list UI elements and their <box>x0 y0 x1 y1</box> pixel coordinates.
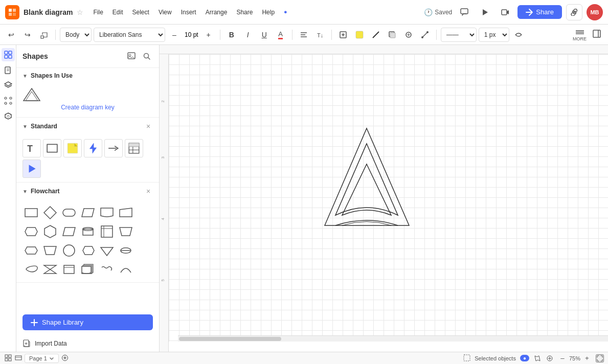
standard-close-button[interactable]: × <box>144 122 153 131</box>
line-color-button[interactable] <box>369 28 383 42</box>
play-shape[interactable] <box>22 160 41 178</box>
align-button[interactable] <box>297 28 311 42</box>
page-strip-icon[interactable] <box>14 354 22 362</box>
menu-arrange[interactable]: Arrange <box>202 7 231 17</box>
menu-view[interactable]: View <box>155 7 175 17</box>
bold-button[interactable]: B <box>224 28 239 42</box>
canvas-area[interactable]: 3 4 5 6 7 8 9 2 3 4 5 <box>160 45 608 352</box>
fill-color-button[interactable] <box>352 28 367 42</box>
fc-internal-storage[interactable] <box>98 223 116 240</box>
fc-cylinder[interactable] <box>79 223 97 240</box>
add-page-icon[interactable] <box>61 354 69 362</box>
share-button[interactable]: Standard Share <box>517 5 562 19</box>
flowchart-close-button[interactable]: × <box>144 187 153 196</box>
text-shape[interactable]: T <box>22 139 41 157</box>
fc-display[interactable] <box>79 242 97 259</box>
fc-start[interactable] <box>22 261 40 278</box>
grid-view-icon[interactable] <box>4 354 12 362</box>
menu-insert[interactable]: Insert <box>177 7 200 17</box>
flowchart-section-header[interactable]: ▼ Flowchart × <box>16 183 159 200</box>
font-select[interactable]: Liberation Sans <box>94 28 165 42</box>
fit-page-button[interactable] <box>596 354 604 362</box>
fc-circle[interactable] <box>60 242 78 259</box>
font-decrease-button[interactable]: – <box>167 28 182 42</box>
shapes-panel-button[interactable] <box>2 48 15 61</box>
note-shape[interactable] <box>63 139 82 157</box>
style-select[interactable]: Body <box>60 28 92 42</box>
menu-file[interactable]: File <box>89 7 106 17</box>
layers-button[interactable] <box>2 79 15 92</box>
pages-button[interactable] <box>2 63 15 77</box>
sidebar-toggle-button[interactable] <box>590 28 604 42</box>
user-avatar[interactable]: MB <box>587 4 603 20</box>
shadow-button[interactable] <box>385 28 399 42</box>
search-shapes-icon[interactable] <box>141 50 153 62</box>
fc-collate[interactable] <box>41 261 59 278</box>
font-increase-button[interactable]: + <box>201 28 216 42</box>
fc-multi-doc[interactable] <box>79 261 97 278</box>
format-icon[interactable] <box>546 354 554 362</box>
style-button[interactable] <box>401 28 416 42</box>
fc-rect2[interactable] <box>60 261 78 278</box>
shapes-in-use-header[interactable]: ▼ Shapes In Use <box>16 68 159 83</box>
fc-document[interactable] <box>98 204 116 221</box>
chat-button[interactable] <box>456 4 472 20</box>
line-style-select[interactable]: —— <box>441 28 477 42</box>
redo-button[interactable]: ↪ <box>20 28 35 42</box>
text-format-button[interactable]: T↓ <box>313 28 327 42</box>
italic-button[interactable]: I <box>241 28 255 42</box>
map-icon[interactable] <box>533 354 542 362</box>
horizontal-scrollbar[interactable] <box>178 335 608 342</box>
table-shape[interactable] <box>125 139 143 157</box>
underline-button[interactable]: U <box>257 28 272 42</box>
link-button[interactable] <box>566 4 582 20</box>
fc-trapezoid[interactable] <box>41 242 59 259</box>
fc-preparation[interactable] <box>22 223 40 240</box>
zoom-decrease-button[interactable]: – <box>558 354 567 363</box>
menu-share[interactable]: Share <box>233 7 256 17</box>
fc-manual-input[interactable] <box>117 204 134 221</box>
menu-help[interactable]: Help <box>258 7 278 17</box>
fc-manual-operation[interactable] <box>117 223 134 240</box>
trigger-shape[interactable] <box>84 139 102 157</box>
fc-down-arrow[interactable] <box>98 242 116 259</box>
menu-select[interactable]: Select <box>129 7 153 17</box>
fc-parallelogram[interactable] <box>60 223 78 240</box>
waypoint-button[interactable] <box>511 28 526 42</box>
shape-library-button[interactable]: Shape Library <box>22 314 153 330</box>
3d-button[interactable] <box>2 109 15 123</box>
page-1-tab[interactable]: Page 1 <box>25 354 59 363</box>
fc-process[interactable] <box>22 204 40 221</box>
import-data-button[interactable]: Import Data <box>16 335 159 352</box>
standard-section-header[interactable]: ▼ Standard × <box>16 118 159 135</box>
image-search-icon[interactable] <box>125 50 138 62</box>
rectangle-shape[interactable] <box>43 139 61 157</box>
diagram-shape[interactable] <box>322 126 412 238</box>
menu-edit[interactable]: Edit <box>109 7 127 17</box>
video-button[interactable] <box>497 4 513 20</box>
zoom-increase-button[interactable]: + <box>582 354 592 363</box>
edit-connection-button[interactable] <box>418 28 432 42</box>
font-color-button[interactable]: A <box>274 28 288 42</box>
line-width-select[interactable]: 1 px <box>479 28 509 42</box>
fc-hexagon[interactable] <box>41 223 59 240</box>
fc-or[interactable] <box>22 242 40 259</box>
canvas-content[interactable] <box>169 54 608 342</box>
fc-terminal[interactable] <box>60 204 78 221</box>
insert-shape-button[interactable] <box>336 28 350 42</box>
present-button[interactable] <box>477 4 493 20</box>
fc-stored-data[interactable] <box>117 242 134 259</box>
components-button[interactable] <box>2 94 15 107</box>
format-painter-button[interactable] <box>37 28 51 42</box>
fc-decision[interactable] <box>41 204 59 221</box>
create-diagram-key-link[interactable]: Create diagram key <box>22 102 153 113</box>
more-button[interactable]: MORE <box>573 28 587 41</box>
undo-button[interactable]: ↩ <box>4 28 18 42</box>
scrollbar-thumb[interactable] <box>179 337 281 341</box>
arrow-shape[interactable] <box>104 139 123 157</box>
fc-data[interactable] <box>79 204 97 221</box>
zoom-level[interactable]: 75% <box>569 355 580 361</box>
fc-wave[interactable] <box>98 261 116 278</box>
favorite-star-icon[interactable]: ☆ <box>77 8 83 16</box>
fc-arc[interactable] <box>117 261 134 278</box>
